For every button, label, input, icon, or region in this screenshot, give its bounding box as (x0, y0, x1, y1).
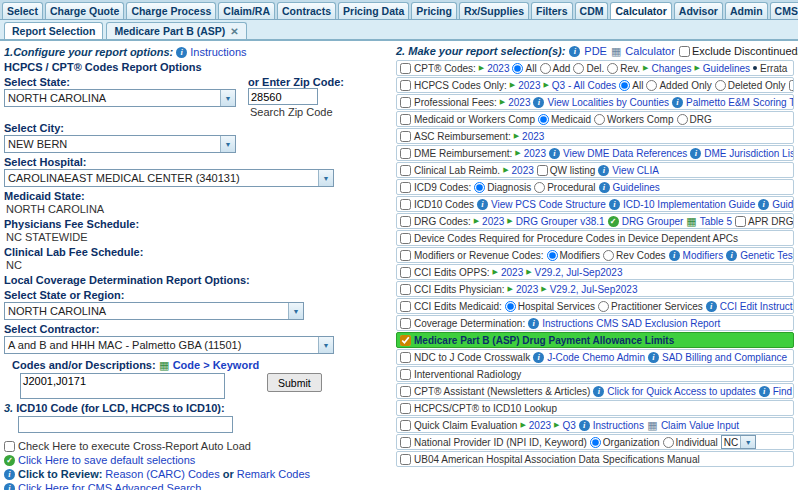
view-pcs-code-structure-link[interactable]: View PCS Code Structure (491, 199, 606, 210)
2023-link[interactable]: 2023 (524, 148, 546, 159)
info-icon[interactable]: i (690, 148, 701, 159)
tab-select[interactable]: Select (2, 2, 43, 19)
instructions-link[interactable]: Instructions (190, 46, 246, 58)
guidelines-link[interactable]: Guidelines (613, 182, 660, 193)
green-arrow-icon[interactable]: ▶ (694, 64, 699, 72)
row-checkbox[interactable] (400, 437, 411, 448)
radio-medicaid[interactable] (538, 114, 549, 125)
drg-grouper-v38-1-link[interactable]: DRG Grouper v38.1 (516, 216, 605, 227)
row-checkbox[interactable] (400, 165, 411, 176)
tab-charge-quote[interactable]: Charge Quote (45, 2, 124, 19)
guidelines-link[interactable]: Guidelines (772, 199, 794, 210)
tab-admin[interactable]: Admin (725, 2, 768, 19)
close-icon[interactable]: ✕ (230, 26, 238, 37)
icd-10-implementation-guide-link[interactable]: ICD-10 Implementation Guide (623, 199, 755, 210)
2023-link[interactable]: 2023 (482, 216, 504, 227)
green-arrow-icon[interactable]: ▶ (507, 217, 512, 225)
info-icon[interactable]: i (477, 199, 488, 210)
radio-modifiers[interactable] (547, 250, 558, 261)
info-icon[interactable]: i (579, 420, 590, 431)
zip-input[interactable] (248, 88, 318, 105)
green-arrow-icon[interactable]: ▶ (554, 421, 559, 429)
save-defaults-icon[interactable]: ✓ (4, 455, 15, 466)
row-checkbox[interactable] (400, 386, 411, 397)
submit-button[interactable]: Submit (267, 373, 322, 392)
hospital-select[interactable]: CAROLINAEAST MEDICAL CENTER (340131) ▼ (4, 169, 334, 187)
2023-link[interactable]: 2023 (508, 97, 530, 108)
2023-link[interactable]: 2023 (529, 420, 551, 431)
cms-advanced-search-info-icon[interactable]: i (4, 483, 15, 490)
radio-del[interactable] (573, 63, 584, 74)
codes-input[interactable]: J2001,J0171 (20, 373, 225, 399)
tab-charge-process[interactable]: Charge Process (126, 2, 216, 19)
cms-sad-exclusion-report-link[interactable]: CMS SAD Exclusion Report (596, 318, 720, 329)
row-checkbox[interactable] (400, 216, 411, 227)
instructions-link[interactable]: Instructions (542, 318, 593, 329)
info-icon[interactable]: i (672, 97, 683, 108)
row-checkbox[interactable] (400, 301, 411, 312)
carc-codes-link[interactable]: Reason (CARC) Codes (105, 468, 219, 480)
radio-add[interactable] (540, 63, 551, 74)
pde-info-icon[interactable]: i (569, 46, 580, 57)
guidelines-link[interactable]: Guidelines (703, 63, 750, 74)
green-arrow-icon[interactable]: ▶ (479, 64, 484, 72)
instructions-info-icon[interactable]: i (176, 47, 187, 58)
view-clia-link[interactable]: View CLIA (612, 165, 659, 176)
changes-link[interactable]: Changes (651, 63, 691, 74)
info-icon[interactable]: i (598, 165, 609, 176)
info-icon[interactable]: i (549, 148, 560, 159)
green-arrow-icon[interactable]: ▶ (643, 64, 648, 72)
q3-all-codes-link[interactable]: Q3 - All Codes (552, 80, 616, 91)
radio-individual[interactable] (663, 437, 674, 448)
cms-advanced-search-link[interactable]: Click Here for CMS Advanced Search (18, 482, 201, 490)
green-arrow-icon[interactable]: ▶ (541, 285, 546, 293)
click-for-quick-access-to-updates-link[interactable]: Click for Quick Access to updates (607, 386, 755, 397)
row-checkbox[interactable] (400, 403, 411, 414)
info-icon[interactable]: i (599, 182, 610, 193)
radio-diagnosis[interactable] (474, 182, 485, 193)
q3-link[interactable]: Q3 (562, 420, 575, 431)
info-icon[interactable]: i (726, 250, 737, 261)
tab-report-selection[interactable]: Report Selection (4, 22, 103, 39)
search-zip-label[interactable]: Search Zip Code (250, 106, 344, 118)
tab-advisor[interactable]: Advisor (674, 2, 723, 19)
row-checkbox[interactable] (400, 131, 411, 142)
row-checkbox[interactable] (789, 80, 794, 91)
row-checkbox[interactable] (735, 216, 746, 227)
row-checkbox[interactable] (400, 267, 411, 278)
radio-all[interactable] (619, 80, 630, 91)
tab-calculator[interactable]: Calculator (610, 2, 671, 19)
icd10-input[interactable] (18, 416, 233, 433)
view-dme-data-references-link[interactable]: View DME Data References (563, 148, 687, 159)
row-checkbox[interactable] (537, 165, 548, 176)
info-icon[interactable]: i (533, 352, 544, 363)
info-icon[interactable]: i (609, 199, 620, 210)
radio-deleted-only[interactable] (715, 80, 726, 91)
radio-rev-codes[interactable] (603, 250, 614, 261)
green-arrow-icon[interactable]: ▶ (508, 285, 513, 293)
row-checkbox[interactable] (400, 369, 411, 380)
tab-rx-supplies[interactable]: Rx/Supplies (459, 2, 529, 19)
radio-all[interactable] (512, 63, 523, 74)
info-icon[interactable]: i (759, 386, 770, 397)
radio-practitioner-services[interactable] (598, 301, 609, 312)
radio-hospital-services[interactable] (505, 301, 516, 312)
v29-2-jul-sep2023-link[interactable]: V29.2, Jul-Sep2023 (535, 267, 623, 278)
v29-2-jul-sep2023-link[interactable]: V29.2, Jul-Sep2023 (550, 284, 638, 295)
tab-pricing[interactable]: Pricing (411, 2, 457, 19)
radio-drg[interactable] (677, 114, 688, 125)
find-coding-resources-link[interactable]: Find Coding Resources (773, 386, 794, 397)
review-info-icon[interactable]: i (4, 469, 15, 480)
green-arrow-icon[interactable]: ▶ (514, 132, 519, 140)
green-check-icon[interactable]: ✓ (608, 216, 619, 227)
row-checkbox[interactable] (400, 318, 411, 329)
green-arrow-icon[interactable]: ▶ (474, 217, 479, 225)
genetic-testing-link[interactable]: Genetic Testing (740, 250, 794, 261)
calculator-icon[interactable]: ▦ (611, 46, 621, 57)
calculator-link[interactable]: Calculator (625, 45, 675, 57)
code-keyword-icon[interactable]: ▦ (159, 360, 170, 371)
info-icon[interactable]: i (528, 318, 539, 329)
2023-link[interactable]: 2023 (522, 131, 544, 142)
radio-organization[interactable] (590, 437, 601, 448)
row-checkbox[interactable] (400, 148, 411, 159)
